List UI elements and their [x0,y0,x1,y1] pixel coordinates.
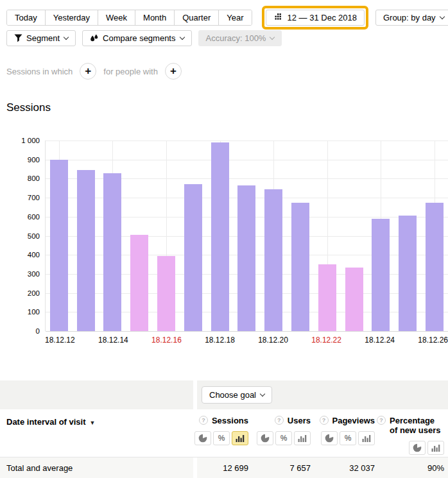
y-tick-label: 1 000 [0,137,40,144]
y-tick-label: 700 [0,194,40,201]
add-session-filter-button[interactable]: + [80,63,96,80]
y-tick-label: 400 [0,251,40,259]
metric-label: Sessions [212,416,248,425]
chevron-down-icon [439,14,444,19]
y-tick-label: 300 [0,270,40,278]
display-mode-buttons: % [321,431,375,445]
bar-18.12.26[interactable] [426,203,444,331]
total-values: 12 6997 65732 03790% [197,457,448,478]
chart-slot [46,141,73,331]
metric-header-pageviews[interactable]: ?Pageviews [320,416,375,425]
bar-18.12.24[interactable] [372,219,390,331]
x-tick-label [75,336,98,345]
chart-slots [46,141,448,331]
metric-column-sessions: ?Sessions% [197,416,250,457]
sessions-bar-chart: 1 0009008007006005004003002001000 18.12.… [0,141,448,331]
total-row-label: Total and average [0,457,193,478]
preset-today-button[interactable]: Today [7,10,46,25]
metric-column-pageviews: ?Pageviews% [313,416,377,457]
bar-18.12.19[interactable] [237,185,255,331]
bar-18.12.20[interactable] [264,189,282,331]
metric-label: Users [288,416,311,425]
bar-18.12.17[interactable] [184,184,202,331]
bars-chart-mode-button[interactable] [294,431,311,445]
bar-18.12.16[interactable] [157,256,175,331]
group-by-dropdown[interactable]: Group: by day [375,10,448,26]
chart-slot [314,141,341,331]
dimension-header[interactable]: Date interval of visit▼ [0,409,193,457]
x-tick-label: 18.12.12 [45,336,75,345]
bar-18.12.21[interactable] [291,203,309,331]
metrics-table: Choose goal Date interval of visit▼ ?Ses… [0,380,448,478]
filter-builder: Sessions in which + for people with + [6,63,182,80]
chevron-down-icon [64,35,69,40]
funnel-icon [14,34,22,42]
pie-chart-mode-button[interactable] [194,431,211,445]
date-toolbar: TodayYesterdayWeekMonthQuarterYear 12 — … [6,6,448,30]
percent-chart-mode-button[interactable]: % [275,431,292,445]
goal-row-left [0,380,193,409]
date-preset-group: TodayYesterdayWeekMonthQuarterYear [6,10,252,26]
total-value-percentage-of-new-users: 90% [377,463,446,478]
bars-chart-mode-button[interactable] [358,431,375,445]
percent-chart-mode-button[interactable]: % [340,431,356,445]
percent-chart-mode-button[interactable]: % [213,431,230,445]
choose-goal-label: Choose goal [209,390,256,400]
segment-dropdown[interactable]: Segment [6,30,76,46]
bar-18.12.23[interactable] [345,268,363,331]
total-value-sessions: 12 699 [197,463,250,478]
bar-18.12.12[interactable] [50,160,68,331]
x-tick-label: 18.12.16 [151,336,182,345]
help-icon[interactable]: ? [199,416,208,425]
total-value-pageviews: 32 037 [313,463,377,478]
bar-18.12.14[interactable] [103,173,121,332]
bar-18.12.15[interactable] [130,235,148,331]
chart-slot [153,141,180,331]
accuracy-dropdown[interactable]: Accuracy: 100% [198,30,282,46]
metric-header-percentage-of-new-users[interactable]: ?Percentage of new users [377,416,444,435]
chart-x-axis: 18.12.1218.12.1418.12.1618.12.1818.12.20… [45,336,448,345]
preset-quarter-button[interactable]: Quarter [175,10,219,25]
bar-18.12.18[interactable] [211,142,229,331]
compare-segments-dropdown[interactable]: Compare segments [82,30,191,46]
help-icon[interactable]: ? [275,416,284,425]
x-tick-label: 18.12.22 [311,336,341,345]
help-icon[interactable]: ? [320,416,329,425]
chart-slot [234,141,261,331]
accuracy-label: Accuracy: 100% [206,33,266,43]
bars-chart-mode-button[interactable] [232,431,248,445]
choose-goal-dropdown[interactable]: Choose goal [202,386,272,404]
chart-slot [126,141,153,331]
pie-chart-mode-button[interactable] [257,431,273,445]
preset-month-button[interactable]: Month [135,10,175,25]
bar-18.12.25[interactable] [399,216,417,331]
bar-18.12.13[interactable] [77,170,95,331]
chart-slot [73,141,99,331]
preset-week-button[interactable]: Week [98,10,135,25]
bar-18.12.22[interactable] [318,264,336,331]
preset-year-button[interactable]: Year [219,10,251,25]
metrica-report-page: TodayYesterdayWeekMonthQuarterYear 12 — … [0,0,448,478]
y-tick-label: 0 [0,327,40,335]
chart-slot [99,141,126,331]
metric-header-users[interactable]: ?Users [275,416,311,425]
help-icon[interactable]: ? [377,416,386,425]
add-people-filter-button[interactable]: + [165,63,182,80]
bars-chart-mode-button[interactable] [427,441,444,455]
pie-chart-mode-button[interactable] [321,431,338,445]
x-tick-label [395,336,418,345]
preset-yesterday-button[interactable]: Yesterday [46,10,98,25]
display-mode-buttons: % [194,431,248,445]
y-tick-label: 600 [0,213,40,221]
chart-slot [341,141,368,331]
chart-slot [180,141,207,331]
x-tick-label [341,336,365,345]
pie-chart-mode-button[interactable] [409,441,426,455]
date-range-button[interactable]: 12 — 31 Dec 2018 [266,10,365,26]
metric-header-sessions[interactable]: ?Sessions [199,416,248,425]
chart-slot [368,141,395,331]
x-tick-label [182,336,205,345]
x-tick-label [128,336,151,345]
x-tick-label: 18.12.20 [258,336,288,345]
segment-toolbar: Segment Compare segments Accuracy: 100% [6,30,282,46]
